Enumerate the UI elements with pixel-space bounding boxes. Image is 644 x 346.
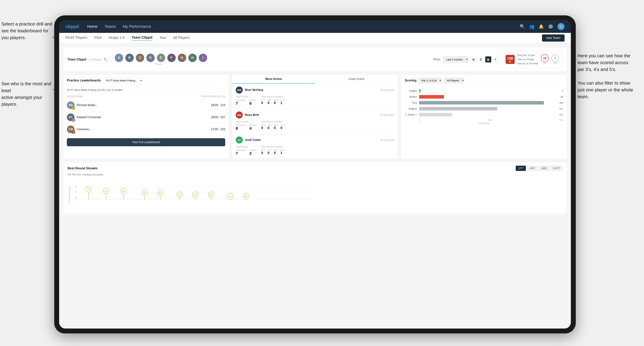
bar-value-dbogeys: 131: [559, 113, 563, 116]
avatar-3: C: [136, 54, 144, 62]
bar-fill-birdies: [419, 95, 444, 99]
nav-item-my-performance[interactable]: My Performance: [123, 24, 151, 29]
entry-avg-2: 107: [220, 116, 225, 119]
chart-footer: Total Shots: [405, 122, 563, 125]
activity-avatar-2: RB: [236, 112, 243, 119]
streaks-tab-arg[interactable]: ARG: [539, 166, 549, 171]
streaks-tab-ott[interactable]: OTT: [516, 166, 526, 171]
sub-nav-team[interactable]: Team Clippd: [132, 35, 152, 40]
edit-icon[interactable]: ✏️: [104, 58, 107, 61]
show-label: Show:: [433, 58, 441, 61]
table-view-icon[interactable]: ≡: [492, 56, 499, 63]
leaderboard-entry-3: CM 3 Cameron... 17/20 103: [63, 123, 229, 135]
rank-badge-3: 3: [72, 130, 75, 134]
activity-player-row-3: JC Josh Coles 26 Aug 2023: [236, 137, 394, 144]
sub-nav-pga[interactable]: PGA: [94, 36, 102, 40]
svg-text:5x: 5x: [159, 191, 162, 194]
bar-container-dbogeys: [419, 113, 556, 116]
add-team-button[interactable]: Add Team: [542, 34, 564, 42]
streaks-tab-putt[interactable]: PUTT: [551, 166, 562, 171]
bar-row-bogeys: Bogeys 311: [405, 107, 563, 110]
entry-player-2: EC 2 Edward Crossman: [67, 113, 208, 121]
annotation-top-left: Select a practice drill and see the lead…: [2, 21, 54, 41]
nav-logo: clippd: [66, 24, 79, 29]
par-filter-select[interactable]: Par 3, 4 & 5s: [418, 78, 442, 83]
bar-fill-dbogeys: [419, 113, 452, 116]
scoring-title: Scoring: [405, 79, 416, 82]
sub-nav-tour[interactable]: Tour: [160, 36, 166, 40]
activity-stats-2: Total Rounds Tournament 8 Practice: [236, 121, 394, 131]
bar-label-birdies: Birdies: [405, 95, 417, 98]
bell-icon[interactable]: 🔔: [539, 24, 544, 29]
entry-name-1: Richard Butler...: [77, 103, 98, 107]
bar-row-dbogeys: D. Bogeys + 131: [405, 113, 563, 116]
bar-container-bogeys: [419, 107, 556, 110]
leaderboard-cols: PLAYER NAME PB SCORE PB AVG SQ: [63, 94, 229, 99]
dist-circle-1: 16 yds: [541, 54, 548, 64]
sub-nav-pgat[interactable]: PGAT Players: [66, 36, 87, 40]
panel-title: Practice Leaderboards: [67, 79, 101, 82]
drill-select[interactable]: PUTT Must Make Putting...: [103, 78, 142, 83]
activity-stats-3: Total Rounds Tournament7 Practice2 Total…: [236, 146, 394, 156]
activity-entry-1: BM Blair McHarg 26 Aug 2023 Total Rounds: [232, 84, 398, 109]
bar-fill-pars: [419, 101, 544, 105]
view-full-leaderboard-button[interactable]: View Full Leaderboard: [67, 138, 225, 146]
bar-label-eagles: Eagles: [405, 89, 417, 92]
bar-row-pars: Pars 499: [405, 101, 563, 105]
avatar-1: A: [115, 54, 123, 62]
svg-text:6x: 6x: [122, 190, 125, 192]
user-avatar[interactable]: U: [558, 23, 564, 30]
svg-text:% Fairway Accuracy: % Fairway Accuracy: [68, 186, 70, 203]
tab-least-active[interactable]: Least Active: [315, 75, 398, 84]
svg-text:4x: 4x: [178, 193, 181, 196]
bar-label-pars: Pars: [405, 101, 417, 104]
activity-name-2: Rees Britt: [245, 113, 259, 117]
streaks-tab-app[interactable]: APP: [527, 166, 538, 171]
shot-info: Shot Dist: 16 yds Start Lie: Rough End L…: [518, 53, 538, 65]
sub-nav-all-players[interactable]: All Players: [173, 36, 190, 40]
show-controls: Show: Last 3 months Last 6 months This y…: [433, 56, 498, 63]
rounds-section-1: Total Rounds Tournament 7 Practice: [236, 96, 256, 106]
avatar-5: E: [157, 54, 165, 62]
activity-name-1: Blair McHarg: [245, 88, 263, 92]
bar-value-birdies: 96: [561, 96, 563, 98]
team-player-count: | 14 Players: [88, 58, 102, 61]
main-content: Team Clippd | 14 Players ✏️ A B C D E F …: [59, 43, 571, 329]
search-icon[interactable]: 🔍: [520, 24, 525, 29]
scoring-header: Scoring Par 3, 4 & 5s All Players: [401, 75, 567, 86]
nav-item-teams[interactable]: Teams: [104, 24, 116, 29]
show-period-select[interactable]: Last 3 months Last 6 months This year: [443, 56, 468, 63]
svg-text:4x: 4x: [210, 193, 212, 196]
bar-label-dbogeys: D. Bogeys +: [405, 113, 417, 116]
tablet-screen: clippd Home Teams My Performance 🔍 👥 🔔 ⚙…: [59, 20, 571, 329]
nav-icons: 🔍 👥 🔔 ⚙️ U: [520, 23, 564, 30]
svg-text:6x: 6x: [105, 190, 107, 192]
list-view-icon[interactable]: ☰: [478, 56, 484, 63]
tablet-frame: clippd Home Teams My Performance 🔍 👥 🔔 ⚙…: [54, 15, 576, 334]
players-filter-select[interactable]: All Players: [444, 78, 464, 83]
people-icon[interactable]: 👥: [529, 24, 534, 29]
activity-avatar-3: JC: [236, 137, 243, 144]
bar-label-bogeys: Bogeys: [405, 107, 417, 110]
card-view-icon[interactable]: ▦: [485, 56, 492, 63]
sub-nav-hcaps[interactable]: Hcaps 1-5: [109, 36, 124, 40]
grid-view-icon[interactable]: ⊞: [470, 56, 477, 63]
activity-date-1: 26 Aug 2023: [380, 89, 394, 91]
tab-most-active[interactable]: Most Active: [232, 75, 315, 84]
avatar-8: H: [188, 54, 197, 62]
bar-chart: Eagles 3 Birdies: [401, 86, 567, 127]
view-toggle: ⊞ ☰ ▦ ≡: [470, 56, 499, 63]
bar-fill-bogeys: [419, 107, 497, 110]
leaderboard-subtitle: PUTT Must Make Putting (3-6 ft), Last 3 …: [63, 86, 229, 94]
svg-text:4: 4: [75, 196, 76, 198]
avatar-9: I: [199, 54, 207, 62]
nav-item-home[interactable]: Home: [87, 24, 98, 29]
entry-score-2: 18/20: [211, 116, 218, 119]
entry-name-2: Edward Crossman: [77, 116, 101, 119]
svg-text:8: 8: [75, 185, 76, 188]
content-grid: Practice Leaderboards PUTT Must Make Put…: [63, 75, 567, 159]
bar-container-birdies: [419, 95, 558, 99]
settings-icon[interactable]: ⚙️: [548, 24, 553, 29]
bar-value-pars: 499: [559, 102, 563, 104]
practice-activities-section-1: Total Practice Activities OTT 0 APP: [261, 96, 286, 106]
